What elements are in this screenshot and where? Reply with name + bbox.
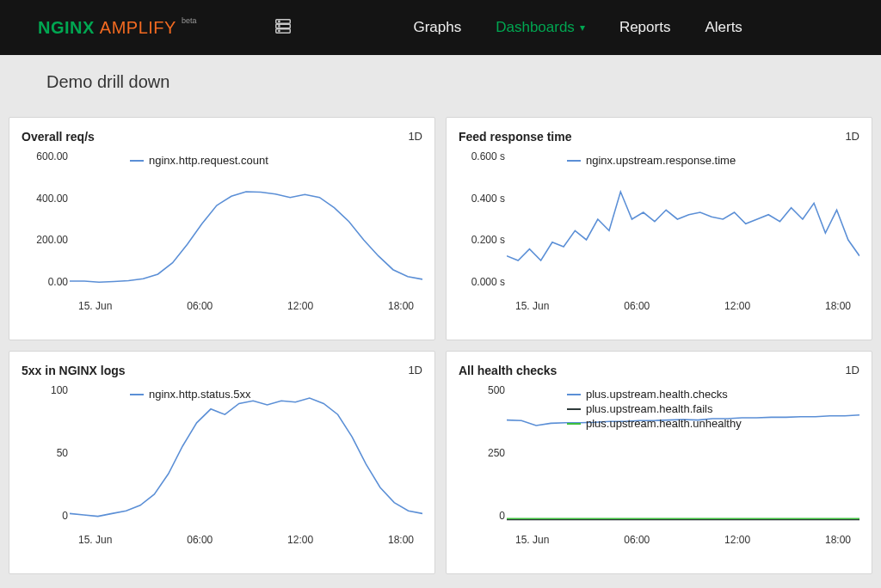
time-range-selector[interactable]: 1D (845, 130, 859, 143)
legend-label: nginx.upstream.response.time (586, 154, 736, 167)
legend-swatch (567, 394, 581, 395)
x-tick: 12:00 (724, 300, 750, 312)
logo-amplify: AMPLIFY (100, 18, 176, 38)
svg-point-3 (279, 21, 280, 21)
x-tick: 06:00 (187, 300, 213, 312)
y-tick: 600.00 (25, 150, 68, 162)
x-tick: 15. Jun (515, 300, 549, 312)
panel-feed-response: Feed response time 1D 0.600 s0.400 s0.20… (446, 117, 872, 340)
panel-title: All health checks (459, 364, 557, 377)
logo-beta: beta (182, 16, 197, 25)
chevron-down-icon: ▾ (580, 21, 585, 34)
x-tick: 06:00 (624, 534, 650, 546)
legend-label: plus.upstream.health.checks (586, 388, 728, 401)
x-tick: 18:00 (825, 300, 851, 312)
y-tick: 0.600 s (462, 150, 505, 162)
y-tick: 0.200 s (462, 234, 505, 246)
nav-graphs[interactable]: Graphs (413, 19, 461, 36)
legend-label: nginx.http.request.count (149, 154, 268, 167)
panel-overall-reqs: Overall req/s 1D 600.00400.00200.000.00n… (9, 117, 435, 340)
legend-item[interactable]: nginx.http.request.count (130, 154, 268, 167)
topbar: NGINX AMPLIFY beta Graphs Dashboards ▾ R… (0, 0, 881, 55)
legend-item[interactable]: nginx.upstream.response.time (567, 154, 736, 167)
x-tick: 18:00 (825, 534, 851, 546)
y-tick: 250 (462, 447, 505, 459)
legend-label: plus.upstream.health.fails (586, 402, 712, 415)
x-tick: 18:00 (388, 300, 414, 312)
y-tick: 0.400 s (462, 193, 505, 205)
panel-5xx-logs: 5xx in NGINX logs 1D 100500nginx.http.st… (9, 351, 435, 574)
x-tick: 15. Jun (515, 534, 549, 546)
x-tick: 15. Jun (78, 300, 112, 312)
y-tick: 100 (25, 384, 68, 396)
chart-overall: 600.00400.00200.000.00nginx.http.request… (22, 150, 422, 322)
y-tick: 0 (25, 510, 68, 522)
legend-item[interactable]: nginx.http.status.5xx (130, 388, 251, 401)
legend-swatch (130, 394, 144, 395)
x-tick: 06:00 (624, 300, 650, 312)
x-tick: 12:00 (287, 534, 313, 546)
panel-title: Overall req/s (22, 130, 95, 144)
svg-point-5 (279, 30, 280, 31)
svg-point-4 (279, 26, 280, 27)
legend-swatch (567, 160, 581, 162)
x-tick: 06:00 (187, 534, 213, 546)
page-title: Demo drill down (46, 72, 169, 92)
legend-item[interactable]: plus.upstream.health.checks (567, 388, 742, 401)
main-nav: Graphs Dashboards ▾ Reports Alerts (413, 19, 742, 36)
legend-swatch (567, 423, 581, 425)
panel-health-checks: All health checks 1D 5002500plus.upstrea… (446, 351, 872, 574)
nav-dashboards-label: Dashboards (496, 19, 575, 36)
legend-label: plus.upstream.health.unhealthy (586, 417, 742, 430)
panel-title: 5xx in NGINX logs (22, 364, 126, 377)
legend-swatch (130, 160, 144, 162)
time-range-selector[interactable]: 1D (408, 364, 422, 377)
chart-fivexx: 100500nginx.http.status.5xx15. Jun06:001… (22, 384, 422, 556)
legend-label: nginx.http.status.5xx (149, 388, 251, 401)
chart-health: 5002500plus.upstream.health.checksplus.u… (459, 384, 859, 556)
y-tick: 400.00 (25, 193, 68, 205)
legend-item[interactable]: plus.upstream.health.fails (567, 402, 742, 415)
nav-dashboards[interactable]: Dashboards ▾ (496, 19, 585, 36)
panel-title: Feed response time (459, 130, 572, 144)
brand-logo[interactable]: NGINX AMPLIFY beta (38, 18, 196, 38)
panel-grid: Overall req/s 1D 600.00400.00200.000.00n… (0, 108, 881, 583)
y-tick: 200.00 (25, 234, 68, 246)
nav-alerts[interactable]: Alerts (705, 19, 742, 36)
logo-nginx: NGINX (38, 18, 95, 38)
time-range-selector[interactable]: 1D (845, 364, 859, 377)
x-tick: 18:00 (388, 534, 414, 546)
legend-swatch (567, 408, 581, 410)
server-icon[interactable] (274, 16, 293, 39)
x-tick: 12:00 (724, 534, 750, 546)
y-tick: 500 (462, 384, 505, 396)
y-tick: 0.000 s (462, 276, 505, 288)
x-tick: 15. Jun (78, 534, 112, 546)
time-range-selector[interactable]: 1D (408, 130, 422, 143)
legend-item[interactable]: plus.upstream.health.unhealthy (567, 417, 742, 430)
x-tick: 12:00 (287, 300, 313, 312)
y-tick: 0 (462, 510, 505, 522)
subheader: Demo drill down (0, 55, 881, 108)
y-tick: 0.00 (25, 276, 68, 288)
nav-reports[interactable]: Reports (619, 19, 671, 36)
chart-feed: 0.600 s0.400 s0.200 s0.000 snginx.upstre… (459, 150, 859, 322)
y-tick: 50 (25, 447, 68, 459)
